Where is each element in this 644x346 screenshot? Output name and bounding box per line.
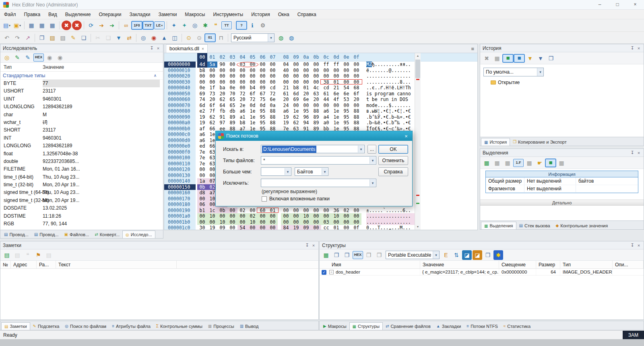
hex-byte[interactable]: 69 xyxy=(291,97,301,103)
hex-byte[interactable]: 00 xyxy=(197,79,207,85)
about-info-icon[interactable]: ℹ xyxy=(248,21,257,30)
hex-byte[interactable]: 95 xyxy=(341,114,351,120)
hex-byte[interactable]: 4d xyxy=(197,62,207,68)
explorer-type-row[interactable]: DOSTIME11:18:26 xyxy=(0,212,163,220)
explorer-type-row[interactable]: double922337203685... xyxy=(0,158,163,165)
hex-address[interactable]: 00000030 xyxy=(164,79,196,85)
hex-address[interactable]: 000000d0 xyxy=(164,138,196,144)
hex-byte[interactable]: b1 xyxy=(197,208,207,214)
struct-navigate-icon[interactable]: ⇅ xyxy=(452,250,461,260)
hex-byte[interactable]: 94 xyxy=(301,120,311,126)
hex-byte[interactable]: 89 xyxy=(311,120,321,126)
menu-item-Справка[interactable]: Справка xyxy=(293,10,320,19)
hex-byte[interactable]: 96 xyxy=(301,114,311,120)
hex-byte[interactable]: 00 xyxy=(268,213,278,219)
hex-byte[interactable]: 00 xyxy=(321,73,331,79)
hex-byte[interactable]: 00 xyxy=(351,79,361,85)
close-button[interactable]: × xyxy=(626,0,644,9)
explorer-type-row[interactable]: signed time_t (64-bit)Thu, 10 Aug 23... xyxy=(0,189,163,196)
hex-byte[interactable]: db xyxy=(227,108,237,114)
hex-vertical-scrollbar[interactable]: ▲ ▼ xyxy=(415,53,421,230)
menu-item-История[interactable]: История xyxy=(247,10,274,19)
hex-byte[interactable]: 00 xyxy=(331,68,341,74)
exclude-combo[interactable]: ▾ xyxy=(261,179,376,187)
dock-right-tab-Потоки NTFS[interactable]: ≡Потоки NTFS xyxy=(464,322,500,330)
hex-address[interactable]: 00000060 xyxy=(164,97,196,103)
hex-byte[interactable]: 00 xyxy=(217,213,227,219)
hex-byte[interactable]: 19 xyxy=(207,225,217,230)
hex-byte[interactable]: 0b xyxy=(197,184,207,190)
hex-byte[interactable]: 95 xyxy=(341,120,351,126)
selections-tab-Стек вызова[interactable]: ▤Стек вызова xyxy=(516,222,553,229)
hex-address[interactable]: 00000150 xyxy=(164,184,196,190)
hex-byte[interactable]: 00 xyxy=(281,213,291,219)
explorer-type-row[interactable]: UINT9460301 xyxy=(0,95,163,103)
hex-byte[interactable]: 00 xyxy=(268,225,278,230)
explorer-type-row[interactable]: INT9460301 xyxy=(0,134,163,142)
struct-grid-e-icon[interactable]: ❐ xyxy=(483,250,493,260)
structure-row[interactable]: ✓−dos_header{ e_magic=23117; e_cblp=144;… xyxy=(320,269,644,276)
view-1f0-icon[interactable]: 1F0 xyxy=(132,21,142,29)
hex-byte[interactable]: 00 xyxy=(258,68,268,74)
fill-block-icon[interactable]: ▼ xyxy=(114,33,124,43)
import-icon[interactable]: ➔ xyxy=(107,21,117,30)
menu-item-Вид[interactable]: Вид xyxy=(44,10,61,19)
locale-add-icon[interactable]: ◍ xyxy=(276,33,286,43)
view-txt-icon[interactable]: TXT xyxy=(143,21,153,29)
hex-byte[interactable]: 00 xyxy=(248,225,258,230)
hex-byte[interactable]: b8 xyxy=(237,120,248,126)
menu-item-Заметки[interactable]: Заметки xyxy=(154,10,181,19)
history-save-icon[interactable]: ▦ xyxy=(492,54,502,63)
explorer-type-row[interactable]: USHORT23117 xyxy=(0,87,163,95)
hex-byte[interactable]: 1e xyxy=(331,114,341,120)
hex-byte[interactable]: 00 xyxy=(197,167,207,173)
attach-link-icon[interactable]: ∞ xyxy=(121,21,131,30)
hex-byte[interactable]: e2 xyxy=(197,108,207,114)
explorer-group-standard-types[interactable]: Стандартные типы ∧ xyxy=(0,72,163,80)
hex-byte[interactable]: 00 xyxy=(227,68,237,74)
hex-byte[interactable]: 89 xyxy=(311,114,321,120)
hex-byte[interactable]: 69 xyxy=(197,91,207,97)
history-node-open[interactable]: Открытие xyxy=(491,80,520,85)
hex-byte[interactable]: 00 xyxy=(341,225,351,230)
browse-button[interactable]: ... xyxy=(367,145,376,154)
goto-offset-icon[interactable]: ↗ xyxy=(23,33,33,43)
hex-byte[interactable]: 00 xyxy=(311,62,321,68)
filter-icon[interactable]: ✱ xyxy=(200,21,210,30)
hex-byte[interactable]: 00 xyxy=(351,208,361,214)
unlock-icon[interactable]: ⊙ xyxy=(194,33,204,43)
close-icon[interactable]: × xyxy=(636,150,642,155)
select-block-icon[interactable]: ◫ xyxy=(170,33,180,43)
hex-byte[interactable]: 01 xyxy=(331,79,341,85)
hex-byte[interactable]: 7f xyxy=(207,108,217,114)
hex-byte[interactable]: 60 xyxy=(258,208,268,214)
hex-byte[interactable]: 72 xyxy=(248,97,258,103)
refresh-icon[interactable]: ⟳ xyxy=(86,21,96,30)
hex-byte[interactable]: a6 xyxy=(281,108,291,114)
find-icon[interactable]: ◎ xyxy=(138,33,148,43)
menu-item-Закладки[interactable]: Закладки xyxy=(126,10,155,19)
scroll-up-icon[interactable]: ▲ xyxy=(415,53,421,59)
hex-byte[interactable]: 19 xyxy=(197,120,207,126)
history-tab-Копирование и Экспорт[interactable]: ❐Копирование и Экспорт xyxy=(510,138,570,146)
explorer-find-icon[interactable]: ◎ xyxy=(2,53,12,62)
hex-byte[interactable]: cd xyxy=(268,85,278,91)
hex-byte[interactable]: 03 xyxy=(321,219,331,225)
hex-byte[interactable]: 97 xyxy=(217,120,227,126)
hex-byte[interactable]: 88 xyxy=(351,114,361,120)
hex-address[interactable]: 00000190 xyxy=(164,208,196,214)
explorer-type-row[interactable]: signed time_t (32-bit)Mon, 20 Apr 19... xyxy=(0,197,163,204)
hex-col-header[interactable]: 00 xyxy=(197,53,207,62)
explorer-type-row[interactable]: time_t (32-bit)Mon, 20 Apr 19... xyxy=(0,181,163,189)
paste-icon[interactable]: ▤ xyxy=(47,33,57,43)
hex-byte[interactable]: 62 xyxy=(291,114,301,120)
hex-byte[interactable]: 00 xyxy=(351,213,361,219)
explorer-type-row[interactable]: SHORT23117 xyxy=(0,126,163,134)
hex-byte[interactable]: 00 xyxy=(311,79,321,85)
hex-badge-icon[interactable]: HEX xyxy=(33,54,44,62)
hex-byte[interactable]: a0 xyxy=(321,120,331,126)
hex-address[interactable]: 00000010 xyxy=(164,68,196,74)
hex-byte[interactable]: 74 xyxy=(197,97,207,103)
hex-address[interactable]: 00000000 xyxy=(164,62,196,68)
hex-byte[interactable]: 20 xyxy=(217,91,227,97)
